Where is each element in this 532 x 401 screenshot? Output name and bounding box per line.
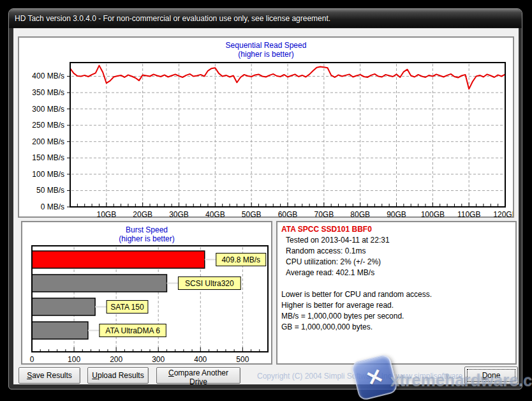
note-lower-better: Lower is better for CPU and random acces… <box>281 289 512 300</box>
x-axis-label: 90GB <box>387 210 406 218</box>
burst-bar <box>32 275 166 292</box>
burst-x-label: 200 <box>110 355 122 364</box>
info-random-access: Random access: 0.1ms <box>281 246 512 257</box>
title-bar[interactable]: HD Tach version 3.0.4.0 - For non-commer… <box>9 9 522 28</box>
burst-x-label: 300 <box>152 355 165 364</box>
upload-results-button[interactable]: Upload Results <box>87 367 149 384</box>
burst-x-label: 0 <box>30 355 34 364</box>
burst-x-label: 400 <box>194 355 207 364</box>
burst-bar <box>32 251 205 268</box>
x-axis-label: 120GB <box>493 210 513 218</box>
note-higher-better: Higher is better for average read. <box>281 300 512 311</box>
y-axis-label: 50 MB/s <box>36 186 64 195</box>
x-axis-label: 70GB <box>314 210 334 218</box>
bar-label: SCSI Ultra320 <box>185 279 234 288</box>
sequential-read-panel: Sequential Read Speed (higher is better)… <box>18 36 514 218</box>
bar-label: ATA UltraDMA 6 <box>105 326 160 335</box>
y-axis-label: 150 MB/s <box>32 153 64 162</box>
x-axis-label: 30GB <box>169 210 189 218</box>
burst-speed-chart: 409.8 MB/sSCSI Ultra320SATA 150ATA Ultra… <box>22 245 271 364</box>
x-axis-label: 40GB <box>205 210 225 218</box>
done-button[interactable]: Done <box>464 367 518 384</box>
y-axis-label: 300 MB/s <box>32 105 64 114</box>
x-axis-label: 20GB <box>133 210 152 218</box>
x-axis-label: 60GB <box>278 210 298 218</box>
seq-chart-subtitle: (higher is better) <box>19 50 513 59</box>
burst-x-label: 500 <box>236 355 249 364</box>
y-axis-label: 0 MB/s <box>41 202 64 211</box>
sequential-read-chart: 0 MB/s50 MB/s100 MB/s150 MB/s200 MB/s250… <box>19 60 513 218</box>
bar-label: SATA 150 <box>110 303 144 312</box>
save-results-button[interactable]: Save Results <box>18 367 80 384</box>
burst-chart-title: Burst Speed <box>22 225 271 234</box>
x-axis-label: 110GB <box>457 210 480 218</box>
note-mbs-definition: MB/s = 1,000,000 bytes per second. <box>281 311 512 322</box>
info-spacer <box>281 278 512 289</box>
drive-name: ATA SPCC SSD101 BBF0 <box>281 224 512 235</box>
x-axis-label: 10GB <box>96 210 116 218</box>
info-cpu-utilization: CPU utilization: 2% (+/- 2%) <box>281 257 512 268</box>
burst-chart-subtitle: (higher is better) <box>22 234 271 243</box>
note-gb-definition: GB = 1,000,000,000 bytes. <box>281 322 512 333</box>
x-axis-label: 80GB <box>350 210 370 218</box>
hdtach-window: HD Tach version 3.0.4.0 - For non-commer… <box>8 8 522 390</box>
burst-bar <box>32 322 88 339</box>
window-title: HD Tach version 3.0.4.0 - For non-commer… <box>15 14 330 23</box>
burst-bar <box>32 298 95 315</box>
y-axis-label: 200 MB/s <box>32 137 64 146</box>
x-axis-label: 100GB <box>421 210 445 218</box>
burst-x-label: 100 <box>68 355 80 364</box>
compare-another-drive-button[interactable]: Compare Another Drive <box>156 367 240 384</box>
drive-info-panel: ATA SPCC SSD101 BBF0 Tested on 2013-04-1… <box>276 221 517 365</box>
seq-chart-title: Sequential Read Speed <box>19 41 513 50</box>
copyright-text: Copyright (C) 2004 Simpli Software, Inc.… <box>257 372 461 381</box>
info-tested-on: Tested on 2013-04-11 at 22:31 <box>281 235 512 246</box>
client-area: Sequential Read Speed (higher is better)… <box>13 28 519 384</box>
info-average-read: Average read: 402.1 MB/s <box>281 268 512 278</box>
y-axis-label: 400 MB/s <box>32 72 64 80</box>
y-axis-label: 100 MB/s <box>32 170 64 179</box>
x-axis-label: 50GB <box>242 210 262 218</box>
bar-label: 409.8 MB/s <box>221 255 260 264</box>
y-axis-label: 250 MB/s <box>32 121 64 130</box>
y-axis-label: 350 MB/s <box>32 88 64 97</box>
burst-speed-panel: Burst Speed (higher is better) 409.8 MB/… <box>21 221 272 365</box>
